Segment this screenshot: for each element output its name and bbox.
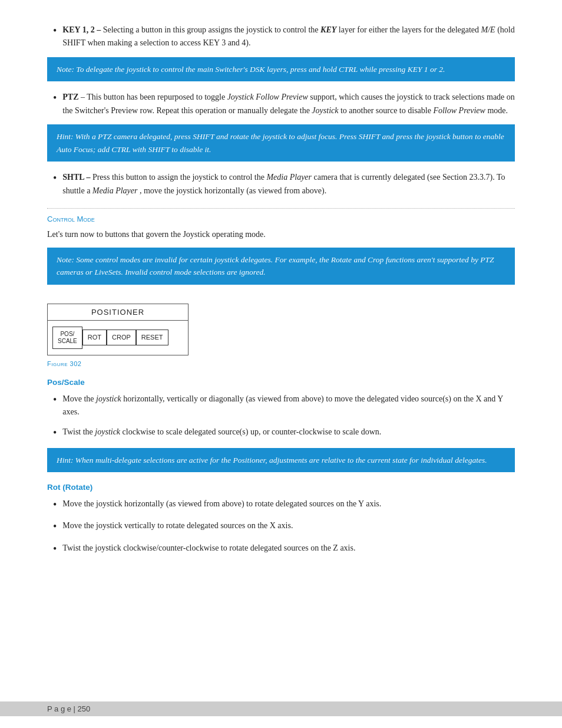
pos-scale-bullet-1: • Move the joystick horizontally, vertic… <box>47 393 515 419</box>
bullet-dot-r1: • <box>53 498 57 512</box>
key12-label: KEY 1, 2 – <box>62 25 101 34</box>
section-divider-control <box>47 208 515 209</box>
crop-button[interactable]: CROP <box>107 330 136 345</box>
figure-302-label: Figure 302 <box>47 360 515 367</box>
bullet-dot-shtl: • <box>53 171 57 197</box>
bullet-ptz-text: PTZ – This button has been repurposed to… <box>62 91 515 117</box>
page-footer: P a g e | 250 <box>0 701 562 716</box>
rot-rotate-heading: Rot (Rotate) <box>47 483 515 492</box>
control-mode-note-text: Note: Some control modes are invalid for… <box>57 255 494 277</box>
rot-button[interactable]: ROT <box>82 330 107 345</box>
rot-bullet-3: • Twist the joystick clockwise/counter-c… <box>47 542 515 556</box>
bullet-dot-ps1: • <box>53 393 57 419</box>
bullet-dot-ptz: • <box>53 91 57 117</box>
rot-bullet-1-text: Move the joystick horizontally (as viewe… <box>62 498 515 512</box>
bullet-key12: • KEY 1, 2 – Selecting a button in this … <box>47 24 515 50</box>
bullet-key12-text: KEY 1, 2 – Selecting a button in this gr… <box>62 24 515 50</box>
bullet-shtl-text: SHTL – Press this button to assign the j… <box>62 171 515 197</box>
positioner-diagram: POSITIONER POS/SCALE ROT CROP RESET <box>47 304 189 355</box>
pos-scale-bullet-2-text: Twist the joystick clockwise to scale de… <box>62 426 515 440</box>
bullet-dot: • <box>53 24 57 50</box>
ptz-label: PTZ <box>62 93 78 101</box>
control-mode-intro: Let's turn now to buttons that govern th… <box>47 228 515 241</box>
shtl-label: SHTL – <box>62 173 90 182</box>
bullet-shtl: • SHTL – Press this button to assign the… <box>47 171 515 197</box>
pos-scale-bullet-2: • Twist the joystick clockwise to scale … <box>47 426 515 440</box>
positioner-buttons-row: POS/SCALE ROT CROP RESET <box>48 321 188 355</box>
key12-note-text: Note: To delegate the joystick to contro… <box>57 65 445 74</box>
rot-bullet-2-text: Move the joystick vertically to rotate d… <box>62 519 515 534</box>
bullet-dot-r2: • <box>53 519 57 534</box>
bullet-dot-ps2: • <box>53 426 57 440</box>
positioner-header-label: POSITIONER <box>48 304 188 321</box>
ptz-hint-text: Hint: With a PTZ camera delegated, press… <box>57 132 504 154</box>
bullet-ptz: • PTZ – This button has been repurposed … <box>47 91 515 117</box>
rot-bullet-1: • Move the joystick horizontally (as vie… <box>47 498 515 512</box>
rot-bullet-3-text: Twist the joystick clockwise/counter-clo… <box>62 542 515 556</box>
page-number: P a g e | 250 <box>47 704 90 713</box>
key12-note-box: Note: To delegate the joystick to contro… <box>47 57 515 82</box>
reset-button[interactable]: RESET <box>136 330 168 345</box>
control-mode-note-box: Note: Some control modes are invalid for… <box>47 248 515 285</box>
pos-scale-button[interactable]: POS/SCALE <box>52 327 82 349</box>
control-mode-heading: Control Mode <box>47 215 515 223</box>
pos-scale-bullet-1-text: Move the joystick horizontally, vertical… <box>62 393 515 419</box>
posscale-hint-box: Hint: When multi-delegate selections are… <box>47 448 515 473</box>
pos-scale-heading: Pos/Scale <box>47 378 515 387</box>
posscale-hint-text: Hint: When multi-delegate selections are… <box>57 456 487 465</box>
rot-bullet-2: • Move the joystick vertically to rotate… <box>47 519 515 534</box>
bullet-dot-r3: • <box>53 542 57 556</box>
ptz-hint-box: Hint: With a PTZ camera delegated, press… <box>47 124 515 162</box>
